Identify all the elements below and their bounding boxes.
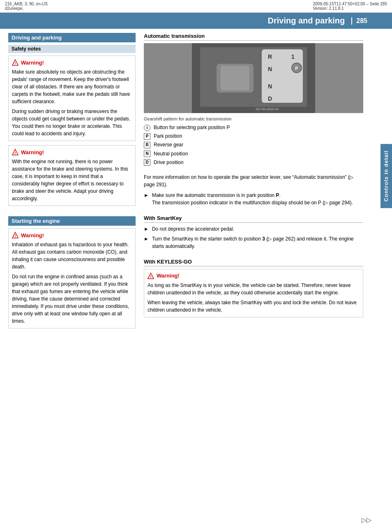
svg-text:!: ! (15, 61, 16, 65)
svg-text:927 60-3225-31: 927 60-3225-31 (256, 107, 279, 111)
meta-right-line2: Version: 2.11.8.1 (313, 6, 387, 11)
auto-transmission-title: Automatic transmission (144, 33, 363, 41)
warning-title-2: ! Warning! (12, 149, 132, 155)
keyless-para2: When leaving the vehicle, always take th… (148, 299, 360, 314)
warning-icon-2: ! (12, 149, 18, 155)
side-tab-label: Controls in detail (383, 150, 389, 201)
bullet-park: ► Make sure the automatic transmission i… (144, 192, 363, 206)
safety-notes-header: Safety notes (8, 45, 136, 53)
legend-text-3: Neutral position (154, 150, 188, 158)
meta-left-line1: 216_AKB; 3; 90, en-US (5, 2, 48, 6)
smartkey-bullet-1: ► Turn the SmartKey in the starter switc… (144, 235, 363, 250)
svg-text:P: P (295, 66, 298, 71)
keyless-warning-icon: ! (148, 273, 154, 279)
warning-box-3: ! Warning! Inhalation of exhaust gas is … (8, 228, 136, 328)
legend-text-1: Park position (154, 132, 182, 140)
smartkey-arrow-1: ► (144, 235, 149, 250)
page-number: 285 (351, 17, 371, 25)
bottom-nav: ▷▷ (362, 516, 371, 524)
svg-text:N: N (268, 83, 272, 90)
legend-icon-0: i (144, 125, 150, 131)
warning2-para1: With the engine not running, there is no… (12, 158, 132, 202)
bullet-arrow-0: ► (144, 192, 149, 206)
legend-item-0: i Button for selecting park position P (144, 124, 363, 132)
svg-text:N: N (268, 66, 272, 72)
warning-title-1: ! Warning! (12, 59, 132, 66)
keyless-para1: As long as the SmartKey is in your vehic… (148, 282, 360, 296)
legend-item-1: P Park position (144, 132, 363, 140)
legend-item-4: D Drive position (144, 159, 363, 167)
left-section-header: Driving and parking (8, 33, 136, 42)
meta-left: 216_AKB; 3; 90, en-US d2ureepe, (5, 2, 48, 11)
legend-text-2: Reverse gear (154, 141, 183, 149)
meta-left-line2: d2ureepe, (5, 6, 48, 11)
svg-rect-17 (221, 66, 249, 90)
transmission-image: R 1 N P N D 927 6 (144, 43, 363, 113)
warning1-para2: During sudden driving or braking maneuve… (12, 108, 132, 137)
legend-text-4: Drive position (154, 159, 184, 167)
legend-item-2: R Reverse gear (144, 141, 363, 149)
page-header: Driving and parking 285 (0, 13, 392, 29)
svg-text:!: ! (150, 275, 152, 279)
legend-text-0: Button for selecting park position P (154, 124, 230, 132)
smartkey-title: With SmartKey (144, 215, 363, 223)
transmission-svg: R 1 N P N D 927 6 (144, 43, 363, 113)
legend-icon-1: P (144, 133, 150, 140)
main-content: Driving and parking Safety notes ! Warni… (0, 29, 392, 337)
legend-item-3: N Neutral position (144, 150, 363, 158)
legend-icon-2: R (144, 142, 150, 148)
bullet-text-0: Make sure the automatic transmission is … (152, 192, 353, 206)
legend-icon-3: N (144, 150, 150, 157)
keyless-warning-box: ! Warning! As long as the SmartKey is in… (144, 269, 363, 317)
warning3-para1: Inhalation of exhaust gas is hazardous t… (12, 241, 132, 271)
svg-text:!: ! (15, 151, 16, 155)
side-tab: Controls in detail (380, 144, 392, 208)
right-column: Automatic transmission R 1 N (144, 33, 376, 333)
legend-icon-4: D (144, 159, 150, 166)
keyless-title: With KEYLESS-GO (144, 259, 363, 266)
starting-engine-header: Starting the engine (8, 216, 136, 226)
svg-text:D: D (268, 95, 272, 102)
smartkey-arrow-0: ► (144, 225, 149, 233)
warning3-para2: Do not run the engine in confined areas … (12, 273, 132, 325)
smartkey-bullet-0: ► Do not depress the accelerator pedal. (144, 225, 363, 233)
warning-title-3: ! Warning! (12, 232, 132, 238)
smartkey-text-1: Turn the SmartKey in the starter switch … (152, 235, 363, 250)
image-caption: Gearshift pattern for automatic transmis… (144, 116, 363, 121)
warning1-para1: Make sure absolutely no objects are obst… (12, 68, 132, 105)
header-title: Driving and parking (267, 16, 345, 25)
bottom-nav-arrow: ▷▷ (362, 516, 371, 523)
svg-text:R: R (268, 53, 272, 60)
legend-list: i Button for selecting park position P P… (144, 124, 363, 167)
meta-right-line1: 2009-05-15T11:47:50+02:00 – Seite 285 (313, 2, 387, 6)
svg-text:!: ! (15, 234, 16, 238)
warning-icon-3: ! (12, 232, 18, 238)
meta-right: 2009-05-15T11:47:50+02:00 – Seite 285 Ve… (313, 2, 387, 11)
left-column: Driving and parking Safety notes ! Warni… (8, 33, 136, 333)
meta-bar: 216_AKB; 3; 90, en-US d2ureepe, 2009-05-… (0, 0, 392, 13)
warning-box-2: ! Warning! With the engine not running, … (8, 145, 136, 206)
keyless-warning-title: ! Warning! (148, 273, 360, 279)
warning-icon-1: ! (12, 59, 18, 66)
info-text: For more information on how to operate t… (144, 173, 363, 188)
warning-box-1: ! Warning! Make sure absolutely no objec… (8, 56, 136, 141)
smartkey-text-0: Do not depress the accelerator pedal. (152, 225, 234, 233)
svg-text:1: 1 (291, 53, 295, 60)
